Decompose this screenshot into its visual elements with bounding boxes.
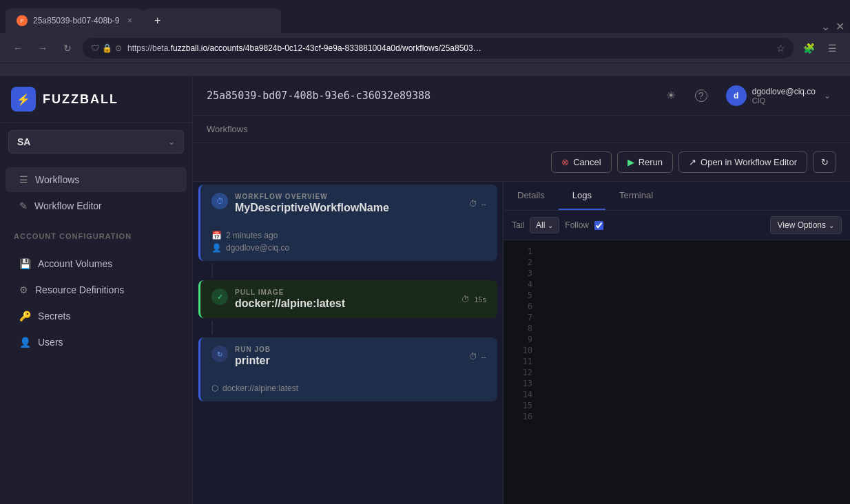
refresh-icon: ↻ [821, 157, 829, 167]
workflow-step-pull[interactable]: ✓ PULL IMAGE docker://alpine:latest ⏱ 15… [198, 280, 497, 318]
open-workflow-editor-button[interactable]: ↗ Open in Workflow Editor [678, 151, 807, 173]
step-status-overview: ⏱ [211, 193, 228, 209]
close-window-icon[interactable]: ✕ [836, 20, 844, 33]
log-line: 12 [504, 367, 850, 378]
help-button[interactable]: ? [690, 85, 712, 107]
url-bar[interactable]: 🛡 🔒 ⊙ https://beta.fuzzball.io/accounts/… [83, 38, 794, 59]
user-chevron-icon: ⌄ [824, 91, 831, 101]
sidebar-editor-label: Workflow Editor [34, 200, 102, 211]
account-config-section-label: ACCOUNT CONFIGURATION [0, 225, 192, 244]
step-info-runjob: RUN JOB printer [235, 346, 271, 367]
log-line-number: 8 [512, 324, 532, 333]
log-line-number: 9 [512, 335, 532, 344]
sidebar-nav-section: ☰ Workflows ✎ Workflow Editor [0, 160, 192, 225]
log-line-number: 13 [512, 379, 532, 388]
step-name-pull: docker://alpine:latest [235, 297, 345, 310]
browser-menu-button[interactable]: ☰ [822, 39, 842, 58]
logo-icon: ⚡ [11, 87, 36, 112]
log-line-number: 2 [512, 258, 532, 267]
step-time-overview: -- [481, 200, 486, 208]
step-tag-overview: WORKFLOW OVERVIEW [235, 193, 389, 200]
app: ⚡ FUZZBALL SA ⌄ ☰ Workflows ✎ Workflow E… [0, 76, 850, 504]
cancel-icon: ⊗ [561, 157, 569, 167]
sidebar-workflows-label: Workflows [35, 174, 79, 185]
log-line: 10 [504, 345, 850, 356]
log-line-number: 12 [512, 368, 532, 377]
workflow-step-runjob[interactable]: ↻ RUN JOB printer ⏱ -- [198, 337, 497, 401]
org-selector[interactable]: SA ⌄ [8, 130, 184, 154]
volumes-icon: 💾 [19, 258, 31, 269]
sidebar-item-workflows[interactable]: ☰ Workflows [6, 167, 187, 192]
editor-icon: ✎ [19, 200, 28, 211]
clock-icon: ⏱ [216, 197, 224, 205]
workflow-panel: ⏱ WORKFLOW OVERVIEW MyDescriptiveWorkflo… [193, 182, 503, 504]
sidebar-item-resource-definitions[interactable]: ⚙ Resource Definitions [6, 277, 187, 302]
step-status-pull: ✓ [211, 288, 228, 305]
logs-toolbar: Tail All ⌄ Follow View Options ⌄ [504, 211, 850, 240]
log-line: 13 [504, 378, 850, 389]
topbar-right: ☀ ? d dgodlove@ciq.co CIQ ⌄ [660, 83, 836, 109]
cancel-button[interactable]: ⊗ Cancel [551, 151, 611, 173]
view-options-button[interactable]: View Options ⌄ [770, 216, 842, 234]
view-options-chevron-icon: ⌄ [829, 222, 834, 229]
reload-button[interactable]: ↻ [58, 39, 77, 58]
refresh-button[interactable]: ↻ [813, 151, 836, 173]
logs-tabs: Details Logs Terminal [504, 182, 850, 211]
workflow-steps: ⏱ WORKFLOW OVERVIEW MyDescriptiveWorkflo… [193, 182, 503, 404]
secrets-label: Secrets [38, 311, 70, 322]
security-check-icon: ⊙ [115, 43, 122, 53]
new-tab-button[interactable]: + [143, 8, 281, 33]
tab-logs[interactable]: Logs [559, 182, 605, 210]
log-line-number: 11 [512, 357, 532, 366]
step-meta-user: 👤 dgodlove@ciq.co [211, 243, 486, 253]
theme-toggle-button[interactable]: ☀ [660, 85, 682, 107]
forward-button[interactable]: → [33, 39, 52, 58]
step-tag-runjob: RUN JOB [235, 346, 271, 353]
users-label: Users [38, 337, 63, 348]
sidebar-item-workflow-editor[interactable]: ✎ Workflow Editor [6, 193, 187, 218]
sidebar-item-secrets[interactable]: 🔑 Secrets [6, 304, 187, 328]
workflow-step-overview[interactable]: ⏱ WORKFLOW OVERVIEW MyDescriptiveWorkflo… [198, 185, 497, 261]
topbar: 25a85039-bd07-408b-93e6-c36032e89388 ☀ ?… [193, 76, 850, 116]
page-title: 25a85039-bd07-408b-93e6-c36032e89388 [207, 90, 431, 102]
log-line: 4 [504, 279, 850, 290]
step-duration-pull: ⏱ 15s [462, 295, 486, 304]
follow-checkbox[interactable] [594, 221, 603, 230]
tab-details[interactable]: Details [504, 182, 559, 210]
step-body-overview: 📅 2 minutes ago 👤 dgodlove@ciq.co [200, 222, 497, 261]
log-line: 16 [504, 411, 850, 422]
logo-text: FUZZBALL [43, 92, 118, 107]
rerun-button[interactable]: ▶ Rerun [617, 151, 673, 173]
step-info-overview: WORKFLOW OVERVIEW MyDescriptiveWorkflowN… [235, 193, 389, 214]
log-line-number: 15 [512, 401, 532, 410]
duration-clock-runjob-icon: ⏱ [469, 352, 477, 361]
breadcrumb[interactable]: Workflows [207, 124, 248, 134]
sidebar-account-section: 💾 Account Volumes ⚙ Resource Definitions… [0, 244, 192, 361]
sidebar: ⚡ FUZZBALL SA ⌄ ☰ Workflows ✎ Workflow E… [0, 76, 193, 504]
calendar-icon: 📅 [211, 231, 222, 240]
browser-nav: ← → ↻ 🛡 🔒 ⊙ https://beta.fuzzball.io/acc… [0, 33, 850, 63]
browser-tab-active[interactable]: F 25a85039-bd07-408b-9 × [6, 8, 143, 33]
sidebar-item-users[interactable]: 👤 Users [6, 330, 187, 355]
extensions-button[interactable]: 🧩 [799, 39, 818, 58]
user-avatar: d [726, 85, 747, 106]
minimize-icon[interactable]: ⌄ [821, 20, 830, 33]
log-line-number: 7 [512, 313, 532, 322]
view-options-label: View Options [778, 220, 826, 230]
tab-terminal[interactable]: Terminal [605, 182, 667, 210]
tail-value: All [536, 220, 545, 230]
log-line-number: 1 [512, 246, 532, 256]
bookmark-icon[interactable]: ☆ [776, 43, 785, 54]
user-badge[interactable]: d dgodlove@ciq.co CIQ ⌄ [721, 83, 836, 109]
back-button[interactable]: ← [8, 39, 28, 58]
tab-close-button[interactable]: × [127, 16, 132, 25]
sidebar-item-account-volumes[interactable]: 💾 Account Volumes [6, 251, 187, 276]
tab-bar-extra: ⌄ ✕ [821, 20, 844, 33]
action-bar: ⊗ Cancel ▶ Rerun ↗ Open in Workflow Edit… [193, 143, 850, 182]
browser-tab-bar: F 25a85039-bd07-408b-9 × + ⌄ ✕ [0, 0, 850, 33]
step-header-pull: ✓ PULL IMAGE docker://alpine:latest ⏱ 15… [200, 280, 497, 318]
tail-select[interactable]: All ⌄ [530, 217, 559, 233]
log-line: 1 [504, 246, 850, 257]
log-line-number: 3 [512, 269, 532, 278]
account-volumes-label: Account Volumes [38, 258, 112, 269]
